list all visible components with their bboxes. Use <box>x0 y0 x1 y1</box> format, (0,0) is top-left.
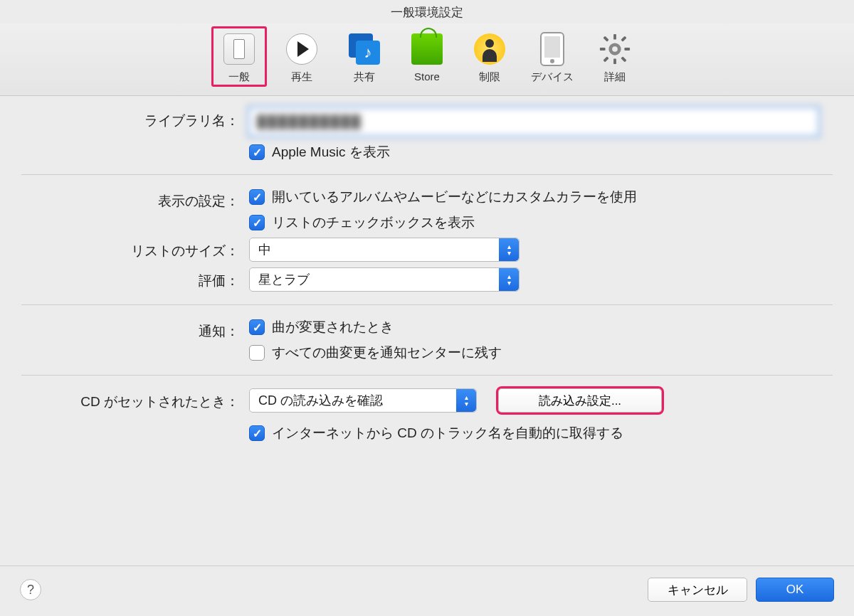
rating-label: 評価： <box>21 267 249 290</box>
rating-select[interactable]: 星とラブ <box>249 267 520 292</box>
library-name-label: ライブラリ名： <box>21 107 249 130</box>
toolbar-label: 共有 <box>354 70 375 84</box>
auto-track-names-checkbox[interactable] <box>249 425 265 441</box>
cancel-label: キャンセル <box>668 582 728 598</box>
ok-label: OK <box>786 583 804 597</box>
list-checkboxes-label: リストのチェックボックスを表示 <box>272 213 475 232</box>
store-icon <box>411 33 443 65</box>
library-name-input[interactable] <box>249 107 818 136</box>
svg-rect-2 <box>613 34 616 40</box>
gear-icon <box>599 33 631 65</box>
show-apple-music-label: Apple Music を表示 <box>272 143 390 161</box>
restrictions-icon <box>474 33 505 65</box>
toolbar-tab-devices[interactable]: デバイス <box>524 26 580 87</box>
window-title: 一般環境設定 <box>0 0 854 23</box>
svg-point-1 <box>612 46 618 52</box>
svg-rect-5 <box>624 48 630 51</box>
list-checkboxes-checkbox[interactable] <box>249 215 265 230</box>
song-change-label: 曲が変更されたとき <box>272 318 394 336</box>
toolbar-label: 詳細 <box>604 70 626 84</box>
toolbar-label: 再生 <box>291 70 312 84</box>
chevron-updown-icon <box>499 268 519 291</box>
toolbar-label: 制限 <box>479 70 500 84</box>
cancel-button[interactable]: キャンセル <box>648 578 747 602</box>
divider <box>21 375 833 376</box>
notifications-label: 通知： <box>21 318 249 341</box>
svg-rect-3 <box>613 58 616 64</box>
svg-rect-7 <box>621 56 626 62</box>
share-icon: ♪♪ <box>349 33 380 65</box>
cd-action-select[interactable]: CD の読み込みを確認 <box>249 388 477 413</box>
keep-all-notifications-label: すべての曲変更を通知センターに残す <box>272 344 502 362</box>
import-settings-button[interactable]: 読み込み設定... <box>498 388 662 413</box>
keep-all-notifications-checkbox[interactable] <box>249 345 265 361</box>
divider <box>21 174 833 175</box>
chevron-updown-icon <box>456 389 476 412</box>
svg-rect-6 <box>603 36 608 42</box>
toolbar-tab-advanced[interactable]: 詳細 <box>587 26 643 87</box>
toolbar-tab-general[interactable]: 一般 <box>211 26 267 87</box>
general-icon <box>223 33 255 65</box>
svg-rect-4 <box>600 48 606 51</box>
import-settings-label: 読み込み設定... <box>539 393 621 409</box>
svg-rect-9 <box>603 56 608 62</box>
display-settings-label: 表示の設定： <box>21 188 249 211</box>
divider <box>21 304 833 305</box>
list-size-select[interactable]: 中 <box>249 238 520 262</box>
show-apple-music-checkbox[interactable] <box>249 144 265 160</box>
content-area: ライブラリ名： Apple Music を表示 表示の設定： 開いているアルバム… <box>0 96 854 565</box>
cd-action-value: CD の読み込みを確認 <box>258 392 456 409</box>
cd-insert-label: CD がセットされたとき： <box>21 388 249 411</box>
footer: ? キャンセル OK <box>0 565 854 616</box>
toolbar: 一般 再生 ♪♪ 共有 Store 制限 デバイス 詳 <box>0 23 854 96</box>
toolbar-tab-store[interactable]: Store <box>399 26 455 87</box>
chevron-updown-icon <box>499 238 519 261</box>
toolbar-label: Store <box>414 70 440 83</box>
custom-colors-label: 開いているアルバムやムービーなどにカスタムカラーを使用 <box>272 188 637 206</box>
toolbar-label: 一般 <box>228 70 250 84</box>
preferences-window: 一般環境設定 一般 再生 ♪♪ 共有 Store 制限 デバイス <box>0 0 854 616</box>
device-icon <box>540 32 564 66</box>
list-size-value: 中 <box>258 241 499 258</box>
list-size-label: リストのサイズ： <box>21 238 249 260</box>
toolbar-tab-playback[interactable]: 再生 <box>274 26 330 87</box>
song-change-checkbox[interactable] <box>249 319 265 335</box>
play-icon <box>286 33 317 65</box>
auto-track-names-label: インターネットから CD のトラック名を自動的に取得する <box>272 424 623 442</box>
help-icon: ? <box>27 583 34 598</box>
help-button[interactable]: ? <box>20 579 41 600</box>
custom-colors-checkbox[interactable] <box>249 189 265 205</box>
toolbar-label: デバイス <box>531 70 574 84</box>
svg-rect-8 <box>621 36 626 42</box>
ok-button[interactable]: OK <box>756 578 834 602</box>
toolbar-tab-restrictions[interactable]: 制限 <box>462 26 517 87</box>
toolbar-tab-sharing[interactable]: ♪♪ 共有 <box>337 26 392 87</box>
rating-value: 星とラブ <box>258 271 499 288</box>
